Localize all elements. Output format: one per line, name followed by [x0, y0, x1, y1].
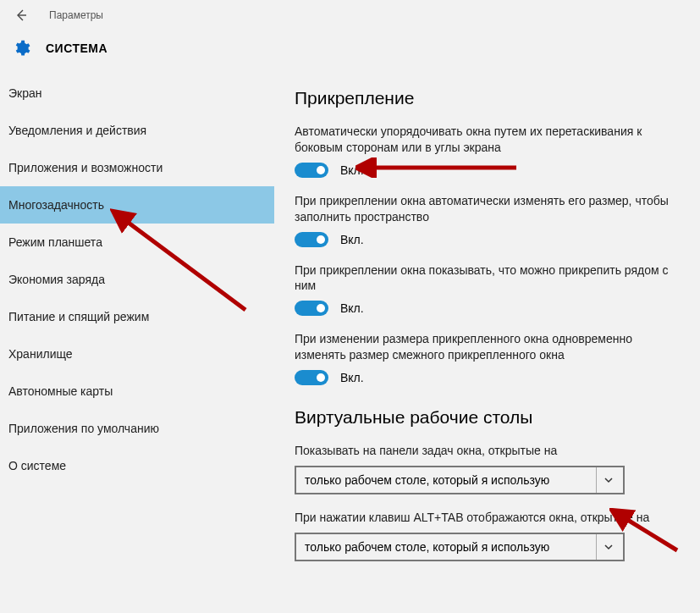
toggle-state-3: Вкл. — [340, 371, 364, 384]
sidebar-item-3[interactable]: Многозадачность — [0, 186, 274, 224]
sidebar-item-8[interactable]: Автономные карты — [0, 373, 274, 410]
taskbar-windows-dropdown[interactable]: только рабочем столе, который я использу… — [295, 466, 625, 494]
sidebar-item-1[interactable]: Уведомления и действия — [0, 112, 274, 149]
toggle-state-1: Вкл. — [340, 233, 364, 246]
sidebar-item-9[interactable]: Приложения по умолчанию — [0, 410, 274, 447]
back-button[interactable] — [15, 9, 27, 21]
sidebar-item-4[interactable]: Режим планшета — [0, 224, 274, 261]
section-title-snap: Прикрепление — [295, 88, 683, 108]
page-title: СИСТЕМА — [46, 41, 107, 55]
chevron-down-icon — [596, 534, 620, 560]
sidebar-item-5[interactable]: Экономия заряда — [0, 261, 274, 298]
sidebar-item-10[interactable]: О системе — [0, 447, 274, 484]
section-title-virtual-desktops: Виртуальные рабочие столы — [295, 407, 683, 428]
toggle-state-2: Вкл. — [340, 301, 364, 315]
dropdown-value: только рабочем столе, который я использу… — [305, 540, 549, 554]
gear-icon — [12, 39, 30, 58]
toggle-switch-2[interactable] — [295, 301, 328, 316]
toggle-switch-1[interactable] — [295, 232, 328, 247]
setting-desc-3: При изменении размера прикрепленного окн… — [295, 331, 683, 363]
setting-desc-0: Автоматически упорядочивать окна путем и… — [295, 124, 683, 156]
setting-desc-1: При прикреплении окна автоматически изме… — [295, 193, 683, 225]
taskbar-windows-label: Показывать на панели задач окна, открыты… — [295, 443, 683, 459]
setting-desc-2: При прикреплении окна показывать, что мо… — [295, 262, 683, 295]
titlebar: Параметры — [0, 0, 700, 30]
header: СИСТЕМА — [0, 30, 700, 75]
sidebar-item-0[interactable]: Экран — [0, 75, 274, 112]
sidebar: ЭкранУведомления и действияПриложения и … — [0, 75, 274, 611]
dropdown-value: только рабочем столе, который я использу… — [305, 473, 549, 487]
toggle-switch-3[interactable] — [295, 370, 328, 385]
toggle-state-0: Вкл. — [340, 163, 364, 177]
main-panel: Прикрепление Автоматически упорядочивать… — [274, 75, 700, 611]
window-title: Параметры — [49, 9, 103, 21]
alttab-windows-dropdown[interactable]: только рабочем столе, который я использу… — [295, 533, 625, 561]
toggle-switch-0[interactable] — [295, 163, 328, 178]
alttab-windows-label: При нажатии клавиш ALT+TAB отображаются … — [295, 510, 683, 526]
sidebar-item-6[interactable]: Питание и спящий режим — [0, 298, 274, 335]
sidebar-item-7[interactable]: Хранилище — [0, 335, 274, 373]
sidebar-item-2[interactable]: Приложения и возможности — [0, 149, 274, 186]
chevron-down-icon — [596, 467, 620, 493]
